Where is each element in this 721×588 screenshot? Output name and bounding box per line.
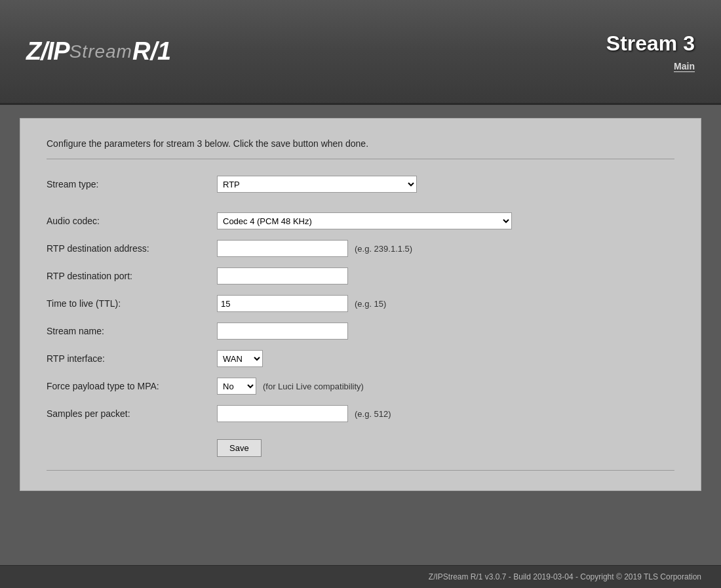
header-nav[interactable]: Main <box>606 61 695 71</box>
ttl-row: Time to live (TTL): (e.g. 15) <box>47 295 674 312</box>
main-content: Configure the parameters for stream 3 be… <box>20 118 701 491</box>
stream-type-label: Stream type: <box>47 179 217 189</box>
rtp-dest-address-label: RTP destination address: <box>47 243 217 254</box>
rtp-interface-control: WAN LAN <box>217 350 263 367</box>
footer-text: Z/IPStream R/1 v3.0.7 - Build 2019-03-04… <box>429 572 701 581</box>
header-right: Stream 3 Main <box>606 31 695 71</box>
force-payload-control: No Yes (for Luci Live compatibility) <box>217 378 364 395</box>
rtp-dest-address-hint: (e.g. 239.1.1.5) <box>355 244 412 254</box>
ttl-control: (e.g. 15) <box>217 295 386 312</box>
ttl-input[interactable] <box>217 295 348 312</box>
save-button[interactable]: Save <box>217 439 262 457</box>
rtp-dest-port-control <box>217 267 348 284</box>
stream-name-row: Stream name: <box>47 323 674 340</box>
rtp-dest-port-label: RTP destination port: <box>47 271 217 281</box>
page-title: Stream 3 <box>606 31 695 56</box>
audio-codec-control: Codec 4 (PCM 48 KHz) Codec 1 (MP2) Codec… <box>217 212 512 229</box>
force-payload-hint: (for Luci Live compatibility) <box>263 382 364 391</box>
divider-bottom <box>47 470 674 471</box>
header: Z/IP Stream R/1 Stream 3 Main <box>0 0 721 105</box>
samples-per-packet-input[interactable] <box>217 405 348 422</box>
ttl-label: Time to live (TTL): <box>47 298 217 309</box>
samples-per-packet-hint: (e.g. 512) <box>355 409 391 419</box>
nav-main-link[interactable]: Main <box>674 61 695 72</box>
rtp-interface-row: RTP interface: WAN LAN <box>47 350 674 367</box>
logo: Z/IP Stream R/1 <box>26 37 171 66</box>
force-payload-row: Force payload type to MPA: No Yes (for L… <box>47 378 674 395</box>
logo-zip: Z/IP <box>26 37 69 66</box>
samples-per-packet-label: Samples per packet: <box>47 408 217 419</box>
rtp-dest-address-control: (e.g. 239.1.1.5) <box>217 240 412 257</box>
stream-type-select[interactable]: RTP Shoutcast Icecast <box>217 176 417 193</box>
logo-r1: R/1 <box>132 37 171 66</box>
rtp-interface-select[interactable]: WAN LAN <box>217 350 263 367</box>
samples-per-packet-row: Samples per packet: (e.g. 512) <box>47 405 674 422</box>
rtp-dest-address-row: RTP destination address: (e.g. 239.1.1.5… <box>47 240 674 257</box>
stream-type-control: RTP Shoutcast Icecast <box>217 176 417 193</box>
samples-per-packet-control: (e.g. 512) <box>217 405 391 422</box>
logo-stream: Stream <box>69 41 132 62</box>
save-row: Save <box>47 433 674 457</box>
stream-name-control <box>217 323 348 340</box>
ttl-hint: (e.g. 15) <box>355 299 386 309</box>
audio-codec-row: Audio codec: Codec 4 (PCM 48 KHz) Codec … <box>47 212 674 229</box>
rtp-interface-label: RTP interface: <box>47 353 217 364</box>
divider-top <box>47 159 674 159</box>
stream-name-input[interactable] <box>217 323 348 340</box>
audio-codec-label: Audio codec: <box>47 216 217 226</box>
description-text: Configure the parameters for stream 3 be… <box>47 138 674 149</box>
form-section: Stream type: RTP Shoutcast Icecast Audio… <box>47 176 674 457</box>
rtp-dest-port-input[interactable] <box>217 267 348 284</box>
rtp-dest-port-row: RTP destination port: <box>47 267 674 284</box>
rtp-dest-address-input[interactable] <box>217 240 348 257</box>
stream-name-label: Stream name: <box>47 326 217 336</box>
footer: Z/IPStream R/1 v3.0.7 - Build 2019-03-04… <box>0 565 721 588</box>
force-payload-label: Force payload type to MPA: <box>47 381 217 391</box>
stream-type-row: Stream type: RTP Shoutcast Icecast <box>47 176 674 193</box>
audio-codec-select[interactable]: Codec 4 (PCM 48 KHz) Codec 1 (MP2) Codec… <box>217 212 512 229</box>
force-payload-select[interactable]: No Yes <box>217 378 256 395</box>
